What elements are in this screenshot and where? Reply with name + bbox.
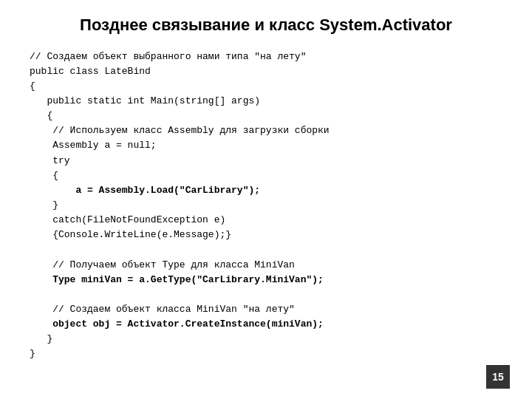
code-line bbox=[30, 287, 502, 302]
code-line: // Получаем объект Type для класса MiniV… bbox=[30, 258, 502, 273]
code-line: } bbox=[30, 347, 502, 361]
code-line: {Console.WriteLine(e.Message);} bbox=[30, 228, 502, 242]
code-line: Type miniVan = a.GetType("CarLibrary.Min… bbox=[30, 273, 502, 287]
page-number: 15 bbox=[486, 365, 510, 389]
code-line: { bbox=[30, 168, 502, 183]
code-line: object obj = Activator.CreateInstance(mi… bbox=[30, 317, 502, 332]
code-line: public static int Main(string[] args) bbox=[30, 94, 502, 109]
code-line: { bbox=[30, 109, 502, 123]
code-line: catch(FileNotFoundException e) bbox=[30, 213, 502, 228]
code-block: // Создаем объект выбранного нами типа "… bbox=[30, 50, 502, 377]
code-line: // Создаем объект класса MiniVan "на лет… bbox=[30, 302, 502, 317]
code-line: } bbox=[30, 332, 502, 347]
code-line: } bbox=[30, 198, 502, 213]
code-line bbox=[30, 242, 502, 257]
code-line: try bbox=[30, 154, 502, 168]
code-line: public class LateBind bbox=[30, 64, 502, 79]
code-line: // Используем класс Assembly для загрузк… bbox=[30, 123, 502, 138]
code-line: a = Assembly.Load("CarLibrary"); bbox=[30, 183, 502, 198]
code-line: Assembly a = null; bbox=[30, 138, 502, 153]
code-line: // Создаем объект выбранного нами типа "… bbox=[30, 50, 502, 64]
slide-title: Позднее связывание и класс System.Activa… bbox=[30, 15, 502, 36]
slide-container: Позднее связывание и класс System.Activa… bbox=[0, 0, 532, 399]
code-line: { bbox=[30, 79, 502, 94]
